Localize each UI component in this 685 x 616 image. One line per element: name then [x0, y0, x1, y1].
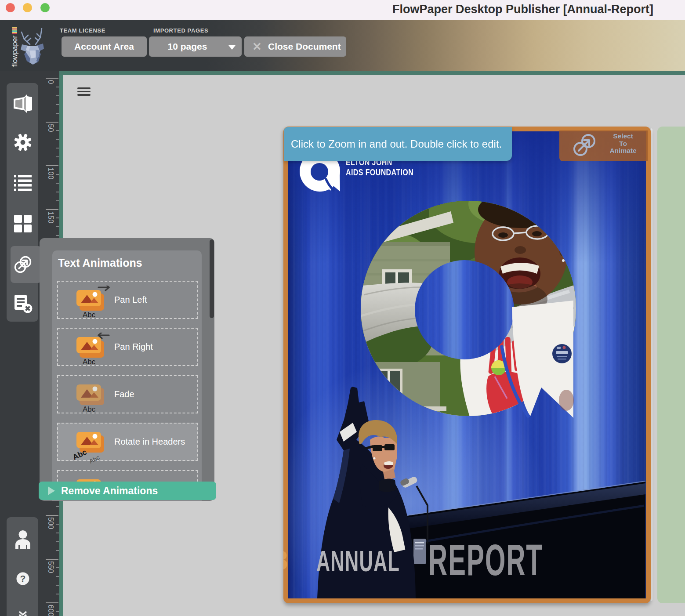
svg-text:Abc: Abc: [83, 405, 96, 413]
svg-text:Abc: Abc: [88, 454, 101, 465]
svg-text:?: ?: [20, 573, 26, 583]
svg-text:AIDS FOUNDATION: AIDS FOUNDATION: [346, 167, 413, 177]
svg-text:REPORT: REPORT: [428, 535, 543, 584]
svg-text:ANNUAL: ANNUAL: [316, 545, 400, 577]
svg-text:Abc: Abc: [83, 358, 96, 366]
svg-text:Abc: Abc: [83, 500, 96, 508]
svg-text:Abc: Abc: [83, 311, 96, 319]
